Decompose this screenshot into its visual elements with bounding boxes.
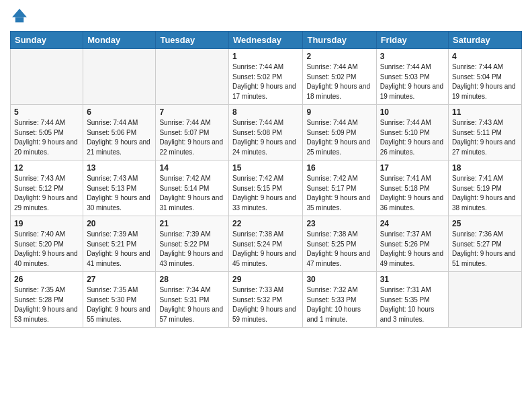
day-number: 27 [87, 275, 152, 284]
day-info: Sunrise: 7:43 AMSunset: 5:11 PMDaylight:… [452, 118, 518, 157]
calendar-week-row: 5Sunrise: 7:44 AMSunset: 5:05 PMDaylight… [11, 105, 522, 161]
calendar-cell: 7Sunrise: 7:44 AMSunset: 5:07 PMDaylight… [156, 105, 229, 161]
day-number: 21 [159, 219, 225, 228]
day-number: 13 [87, 163, 152, 173]
day-info: Sunrise: 7:33 AMSunset: 5:32 PMDaylight:… [232, 285, 299, 324]
day-info: Sunrise: 7:43 AMSunset: 5:12 PMDaylight:… [14, 174, 79, 213]
day-info: Sunrise: 7:44 AMSunset: 5:09 PMDaylight:… [306, 118, 372, 157]
calendar-cell: 20Sunrise: 7:39 AMSunset: 5:21 PMDayligh… [83, 216, 156, 272]
day-number: 22 [232, 219, 299, 228]
calendar-week-row: 19Sunrise: 7:40 AMSunset: 5:20 PMDayligh… [11, 216, 522, 272]
day-info: Sunrise: 7:44 AMSunset: 5:02 PMDaylight:… [232, 62, 299, 101]
calendar-cell [449, 272, 522, 328]
header [10, 7, 522, 26]
day-number: 20 [87, 219, 152, 228]
day-info: Sunrise: 7:34 AMSunset: 5:31 PMDaylight:… [159, 285, 225, 324]
day-number: 11 [452, 107, 518, 117]
day-info: Sunrise: 7:44 AMSunset: 5:05 PMDaylight:… [14, 118, 79, 157]
day-info: Sunrise: 7:44 AMSunset: 5:10 PMDaylight:… [380, 118, 445, 157]
day-number: 15 [232, 163, 299, 173]
day-number: 4 [452, 52, 518, 61]
calendar-cell [83, 49, 156, 105]
day-info: Sunrise: 7:39 AMSunset: 5:22 PMDaylight:… [159, 230, 225, 269]
calendar-cell [11, 49, 83, 105]
calendar-cell: 18Sunrise: 7:41 AMSunset: 5:19 PMDayligh… [449, 161, 522, 216]
day-info: Sunrise: 7:44 AMSunset: 5:03 PMDaylight:… [380, 62, 445, 101]
calendar-cell: 24Sunrise: 7:37 AMSunset: 5:26 PMDayligh… [376, 216, 448, 272]
day-number: 1 [232, 52, 299, 61]
day-number: 30 [306, 275, 372, 284]
day-number: 5 [14, 107, 79, 117]
calendar-cell: 31Sunrise: 7:31 AMSunset: 5:35 PMDayligh… [376, 272, 448, 328]
calendar-cell: 14Sunrise: 7:42 AMSunset: 5:14 PMDayligh… [156, 161, 229, 216]
day-info: Sunrise: 7:36 AMSunset: 5:27 PMDaylight:… [452, 230, 518, 269]
calendar-day-header: Friday [376, 32, 448, 49]
day-number: 25 [452, 219, 518, 228]
day-info: Sunrise: 7:32 AMSunset: 5:33 PMDaylight:… [306, 285, 372, 324]
day-info: Sunrise: 7:44 AMSunset: 5:06 PMDaylight:… [87, 118, 152, 157]
day-number: 18 [452, 163, 518, 173]
calendar-cell: 10Sunrise: 7:44 AMSunset: 5:10 PMDayligh… [376, 105, 448, 161]
day-info: Sunrise: 7:44 AMSunset: 5:04 PMDaylight:… [452, 62, 518, 101]
day-info: Sunrise: 7:39 AMSunset: 5:21 PMDaylight:… [87, 230, 152, 269]
calendar-week-row: 26Sunrise: 7:35 AMSunset: 5:28 PMDayligh… [11, 272, 522, 328]
logo [10, 7, 32, 26]
calendar-day-header: Saturday [449, 32, 522, 49]
day-info: Sunrise: 7:38 AMSunset: 5:25 PMDaylight:… [306, 230, 372, 269]
calendar-cell: 12Sunrise: 7:43 AMSunset: 5:12 PMDayligh… [11, 161, 83, 216]
calendar-cell [156, 49, 229, 105]
day-number: 7 [159, 107, 225, 117]
calendar-header-row: SundayMondayTuesdayWednesdayThursdayFrid… [11, 32, 522, 49]
calendar-cell: 23Sunrise: 7:38 AMSunset: 5:25 PMDayligh… [303, 216, 376, 272]
calendar-cell: 27Sunrise: 7:35 AMSunset: 5:30 PMDayligh… [83, 272, 156, 328]
day-info: Sunrise: 7:37 AMSunset: 5:26 PMDaylight:… [380, 230, 445, 269]
day-info: Sunrise: 7:41 AMSunset: 5:19 PMDaylight:… [452, 174, 518, 213]
day-info: Sunrise: 7:40 AMSunset: 5:20 PMDaylight:… [14, 230, 79, 269]
day-number: 26 [14, 275, 79, 284]
day-number: 31 [380, 275, 445, 284]
day-number: 29 [232, 275, 299, 284]
day-number: 16 [306, 163, 372, 173]
calendar-cell: 2Sunrise: 7:44 AMSunset: 5:02 PMDaylight… [303, 49, 376, 105]
calendar-day-header: Monday [83, 32, 156, 49]
calendar-week-row: 12Sunrise: 7:43 AMSunset: 5:12 PMDayligh… [11, 161, 522, 216]
day-info: Sunrise: 7:44 AMSunset: 5:07 PMDaylight:… [159, 118, 225, 157]
day-number: 8 [232, 107, 299, 117]
day-info: Sunrise: 7:35 AMSunset: 5:28 PMDaylight:… [14, 285, 79, 324]
calendar-cell: 16Sunrise: 7:42 AMSunset: 5:17 PMDayligh… [303, 161, 376, 216]
calendar: SundayMondayTuesdayWednesdayThursdayFrid… [10, 31, 522, 328]
day-info: Sunrise: 7:42 AMSunset: 5:17 PMDaylight:… [306, 174, 372, 213]
day-number: 10 [380, 107, 445, 117]
calendar-cell: 8Sunrise: 7:44 AMSunset: 5:08 PMDaylight… [229, 105, 303, 161]
day-number: 12 [14, 163, 79, 173]
day-info: Sunrise: 7:35 AMSunset: 5:30 PMDaylight:… [87, 285, 152, 324]
day-number: 2 [306, 52, 372, 61]
day-number: 19 [14, 219, 79, 228]
day-number: 9 [306, 107, 372, 117]
day-info: Sunrise: 7:42 AMSunset: 5:15 PMDaylight:… [232, 174, 299, 213]
calendar-cell: 30Sunrise: 7:32 AMSunset: 5:33 PMDayligh… [303, 272, 376, 328]
calendar-cell: 4Sunrise: 7:44 AMSunset: 5:04 PMDaylight… [449, 49, 522, 105]
svg-rect-1 [15, 17, 24, 23]
day-info: Sunrise: 7:38 AMSunset: 5:24 PMDaylight:… [232, 230, 299, 269]
day-info: Sunrise: 7:31 AMSunset: 5:35 PMDaylight:… [380, 285, 445, 324]
calendar-cell: 29Sunrise: 7:33 AMSunset: 5:32 PMDayligh… [229, 272, 303, 328]
day-number: 28 [159, 275, 225, 284]
calendar-cell: 15Sunrise: 7:42 AMSunset: 5:15 PMDayligh… [229, 161, 303, 216]
calendar-cell: 22Sunrise: 7:38 AMSunset: 5:24 PMDayligh… [229, 216, 303, 272]
calendar-day-header: Wednesday [229, 32, 303, 49]
day-info: Sunrise: 7:44 AMSunset: 5:08 PMDaylight:… [232, 118, 299, 157]
calendar-cell: 28Sunrise: 7:34 AMSunset: 5:31 PMDayligh… [156, 272, 229, 328]
calendar-cell: 21Sunrise: 7:39 AMSunset: 5:22 PMDayligh… [156, 216, 229, 272]
calendar-cell: 1Sunrise: 7:44 AMSunset: 5:02 PMDaylight… [229, 49, 303, 105]
calendar-cell: 6Sunrise: 7:44 AMSunset: 5:06 PMDaylight… [83, 105, 156, 161]
calendar-cell: 19Sunrise: 7:40 AMSunset: 5:20 PMDayligh… [11, 216, 83, 272]
calendar-cell: 5Sunrise: 7:44 AMSunset: 5:05 PMDaylight… [11, 105, 83, 161]
calendar-cell: 11Sunrise: 7:43 AMSunset: 5:11 PMDayligh… [449, 105, 522, 161]
day-number: 23 [306, 219, 372, 228]
day-number: 14 [159, 163, 225, 173]
calendar-day-header: Sunday [11, 32, 83, 49]
day-number: 3 [380, 52, 445, 61]
day-number: 6 [87, 107, 152, 117]
calendar-cell: 3Sunrise: 7:44 AMSunset: 5:03 PMDaylight… [376, 49, 448, 105]
